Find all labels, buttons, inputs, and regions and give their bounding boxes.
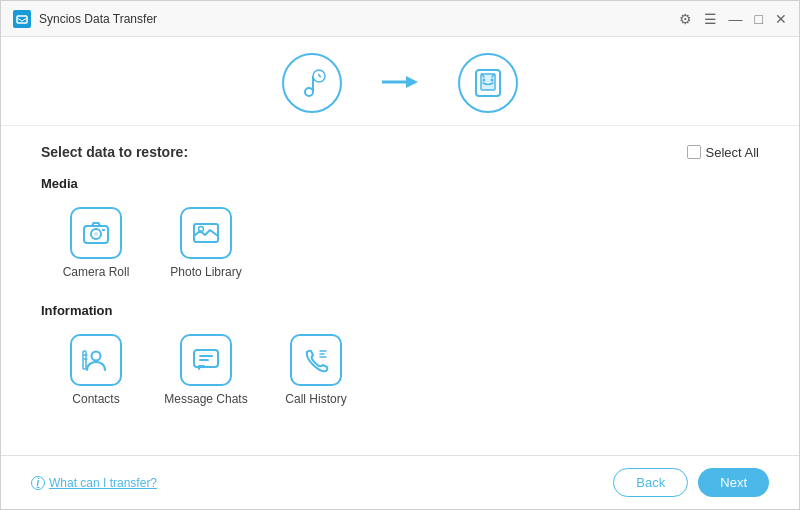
- footer: i What can I transfer? Back Next: [1, 455, 799, 509]
- contacts-item[interactable]: Contacts: [41, 328, 151, 412]
- select-header: Select data to restore: Select All: [41, 144, 759, 160]
- menu-icon[interactable]: ☰: [704, 11, 717, 27]
- svg-line-6: [319, 76, 321, 77]
- svg-point-13: [483, 79, 486, 82]
- media-section: Media Camera Roll: [41, 176, 759, 285]
- svg-point-20: [199, 227, 204, 232]
- call-history-item[interactable]: Call History: [261, 328, 371, 412]
- footer-buttons: Back Next: [613, 468, 769, 497]
- photo-library-item[interactable]: Photo Library: [151, 201, 261, 285]
- transfer-arrow: [382, 67, 418, 99]
- svg-rect-24: [83, 351, 86, 369]
- info-icon: i: [31, 476, 45, 490]
- app-icon: [13, 10, 31, 28]
- window-title: Syncios Data Transfer: [39, 12, 679, 26]
- select-all-checkbox[interactable]: [687, 145, 701, 159]
- call-history-icon-wrapper: [290, 334, 342, 386]
- help-link-label: What can I transfer?: [49, 476, 157, 490]
- svg-point-21: [92, 352, 101, 361]
- main-content: Select data to restore: Select All Media: [1, 126, 799, 455]
- select-title: Select data to restore:: [41, 144, 188, 160]
- window-controls: ⚙ ☰ — □ ✕: [679, 11, 787, 27]
- svg-point-14: [491, 79, 494, 82]
- next-button[interactable]: Next: [698, 468, 769, 497]
- maximize-icon[interactable]: □: [755, 11, 763, 27]
- svg-rect-25: [194, 350, 218, 367]
- steps-header: [1, 37, 799, 126]
- contacts-icon-wrapper: [70, 334, 122, 386]
- minimize-icon[interactable]: —: [729, 11, 743, 27]
- media-items-grid: Camera Roll Photo Library: [41, 201, 759, 285]
- select-all-button[interactable]: Select All: [687, 145, 759, 160]
- svg-marker-8: [406, 76, 418, 88]
- message-chats-label: Message Chats: [164, 392, 247, 406]
- information-section: Information Contacts: [41, 303, 759, 412]
- svg-rect-18: [102, 229, 105, 231]
- camera-roll-label: Camera Roll: [63, 265, 130, 279]
- app-window: Syncios Data Transfer ⚙ ☰ — □ ✕: [0, 0, 800, 510]
- media-section-label: Media: [41, 176, 759, 191]
- title-bar: Syncios Data Transfer ⚙ ☰ — □ ✕: [1, 1, 799, 37]
- settings-icon[interactable]: ⚙: [679, 11, 692, 27]
- camera-roll-icon-wrapper: [70, 207, 122, 259]
- svg-point-17: [94, 232, 98, 236]
- svg-rect-0: [17, 16, 27, 23]
- photo-library-icon-wrapper: [180, 207, 232, 259]
- photo-library-label: Photo Library: [170, 265, 241, 279]
- select-all-label: Select All: [706, 145, 759, 160]
- information-items-grid: Contacts Message Chats: [41, 328, 759, 412]
- information-section-label: Information: [41, 303, 759, 318]
- close-icon[interactable]: ✕: [775, 11, 787, 27]
- camera-roll-item[interactable]: Camera Roll: [41, 201, 151, 285]
- call-history-label: Call History: [285, 392, 346, 406]
- back-button[interactable]: Back: [613, 468, 688, 497]
- destination-step-icon: [458, 53, 518, 113]
- message-chats-icon-wrapper: [180, 334, 232, 386]
- message-chats-item[interactable]: Message Chats: [151, 328, 261, 412]
- contacts-label: Contacts: [72, 392, 119, 406]
- help-link[interactable]: i What can I transfer?: [31, 476, 157, 490]
- source-step-icon: [282, 53, 342, 113]
- svg-point-1: [305, 88, 313, 96]
